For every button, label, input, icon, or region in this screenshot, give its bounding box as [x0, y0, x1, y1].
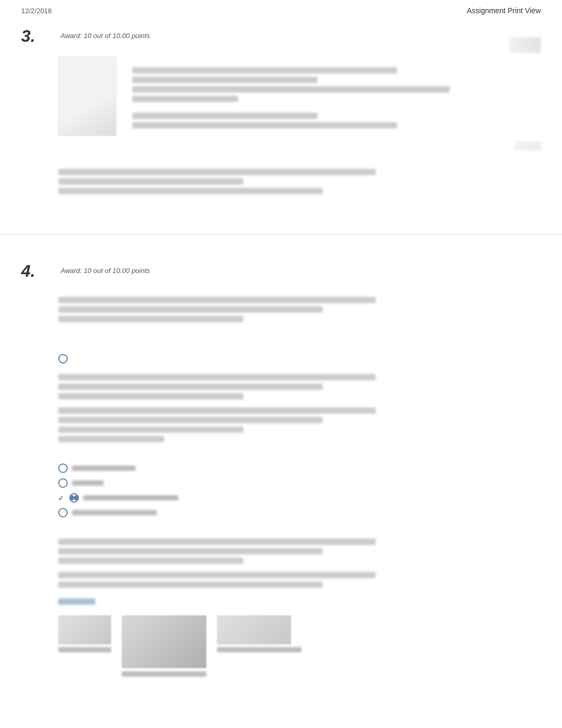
correct-checkmark: ✓	[58, 494, 64, 502]
bottom-label-area	[58, 598, 541, 605]
radio-circle-4	[58, 508, 68, 517]
question-3-award: Award: 10 out of 10.00 points	[60, 26, 150, 40]
question-4-award: Award: 10 out of 10.00 points	[60, 261, 150, 275]
question-4-block: 4. Award: 10 out of 10.00 points	[0, 251, 562, 719]
page-title: Assignment Print View	[467, 6, 541, 15]
radio-option-1	[58, 463, 541, 473]
radio-circle-2	[58, 478, 68, 488]
question-3-block: 3. Award: 10 out of 10.00 points	[0, 21, 562, 219]
question-4-post-options-text	[58, 539, 541, 588]
radio-option-3: ✓	[58, 493, 541, 503]
bottom-image-3	[217, 615, 302, 652]
radio-dot	[70, 495, 74, 501]
bottom-image-1	[58, 615, 111, 652]
question-4-text	[58, 297, 541, 322]
radio-label-1	[72, 466, 135, 471]
question-3-number: 3.	[21, 26, 53, 46]
question-3-header: 3. Award: 10 out of 10.00 points	[21, 26, 541, 46]
radio-label-3	[83, 495, 178, 501]
radio-circle-3-selected	[69, 493, 79, 503]
radio-circle-top	[58, 354, 68, 363]
radio-label-2	[72, 480, 104, 486]
question-4-number: 4.	[21, 261, 53, 281]
watermark-top	[509, 37, 541, 53]
section-divider	[0, 234, 562, 235]
watermark-mid	[514, 141, 541, 151]
radio-option-top	[58, 354, 541, 363]
question-4-extra-text	[58, 374, 541, 442]
question-4-content: ✓	[58, 297, 541, 698]
bottom-image-2	[122, 615, 206, 677]
question-3-extra-text	[58, 169, 541, 194]
page-header: 12/2/2018 Assignment Print View	[0, 0, 562, 21]
radio-options-list: ✓	[58, 463, 541, 517]
header-date: 12/2/2018	[21, 7, 52, 15]
question-3-content	[58, 57, 541, 194]
bottom-section	[58, 598, 541, 698]
bottom-images-row	[58, 615, 541, 677]
radio-circle-1	[58, 463, 68, 473]
question-4-header: 4. Award: 10 out of 10.00 points	[21, 261, 541, 281]
radio-option-2	[58, 478, 541, 488]
question-3-text-area	[132, 57, 541, 132]
radio-label-4	[72, 510, 157, 515]
radio-option-4	[58, 508, 541, 517]
question-3-image	[58, 57, 116, 136]
